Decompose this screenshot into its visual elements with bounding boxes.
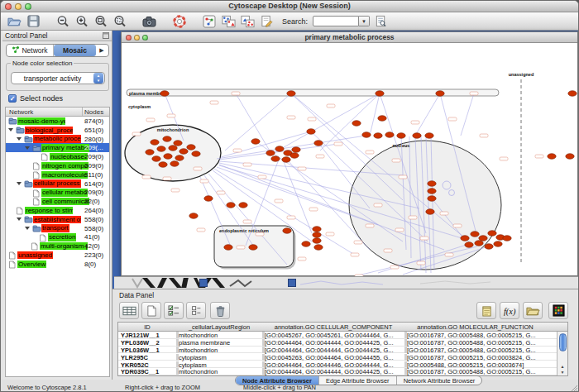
snapshot-camera-icon[interactable] <box>141 13 158 29</box>
network-node[interactable] <box>290 153 299 159</box>
tree-row-metabolic-process[interactable]: metabolic process280(0) <box>6 135 109 144</box>
select-nodes-checkbox[interactable]: ✓ <box>8 94 17 103</box>
tree-expand-arrow-icon[interactable] <box>25 227 30 230</box>
network-node[interactable] <box>488 231 496 237</box>
network-node[interactable] <box>251 139 260 145</box>
column-header-2[interactable]: annotation.GO CELLULAR_COMPONENT <box>262 323 404 331</box>
vizmapper-icon[interactable] <box>220 13 237 29</box>
network-node[interactable] <box>192 151 200 157</box>
network-node[interactable] <box>413 133 421 139</box>
tree-row-cellular-metabo[interactable]: cellular metabo209(0) <box>6 188 109 197</box>
network-node[interactable] <box>275 146 284 152</box>
tree-row-cell-communicat[interactable]: cell communicat22(0) <box>6 197 109 206</box>
network-node[interactable] <box>397 133 405 139</box>
zoom-in-icon[interactable] <box>74 13 90 29</box>
tab-edge-attribute-browser[interactable]: Edge Attribute Browser <box>319 376 397 385</box>
network-node[interactable] <box>170 161 179 167</box>
network-node[interactable] <box>436 91 444 97</box>
network-node[interactable] <box>282 157 290 163</box>
tree-row-secretion[interactable]: secretion41(0) <box>6 232 109 241</box>
network-node[interactable] <box>164 154 172 160</box>
network-node[interactable] <box>428 196 436 202</box>
network-node[interactable] <box>471 232 479 237</box>
zoom-fit-icon[interactable] <box>93 13 109 29</box>
network-window[interactable]: primary metabolic process plasma membran… <box>121 31 578 276</box>
column-header-1[interactable]: _cellularLayoutRegion <box>176 323 262 331</box>
table-row-YLR295C[interactable]: YLR295Ccytoplasm[GO:0045263, GO:0044464,… <box>118 353 567 361</box>
import-attributes-icon[interactable] <box>523 302 543 319</box>
open-session-icon[interactable] <box>6 13 22 29</box>
function-fx-icon[interactable]: f(x) <box>500 302 519 319</box>
network-window-titlebar[interactable]: primary metabolic process <box>122 32 577 43</box>
network-node[interactable] <box>428 181 436 187</box>
column-header-3[interactable]: annotation.GO MOLECULAR_FUNCTION <box>404 323 546 331</box>
column-header-0[interactable]: ID <box>118 323 176 331</box>
network-node[interactable] <box>313 232 321 238</box>
network-node[interactable] <box>313 227 321 232</box>
tree-row-response-to-stimulu[interactable]: response to stimulu264(0) <box>6 206 109 215</box>
tab-network[interactable]: Network <box>7 45 54 56</box>
network-node[interactable] <box>314 141 323 146</box>
new-attribute-icon[interactable] <box>141 302 161 319</box>
network-node[interactable] <box>425 133 433 139</box>
network-node[interactable] <box>283 228 291 234</box>
network-node[interactable] <box>160 91 169 97</box>
search-dropdown-arrow[interactable]: ▼ <box>359 16 370 26</box>
network-node[interactable] <box>174 141 182 146</box>
tree-row-nitrogen-compo[interactable]: nitrogen compo209(0) <box>6 161 109 170</box>
attribute-table-header[interactable]: ID_cellularLayoutRegionannotation.GO CEL… <box>118 323 567 332</box>
tree-expand-arrow-icon[interactable] <box>17 218 22 221</box>
network-node[interactable] <box>146 150 154 155</box>
network-canvas[interactable]: plasma membranecytoplasmmitochondrionnuc… <box>122 43 577 277</box>
network-node[interactable] <box>568 91 577 97</box>
tree-row-overview[interactable]: Overview8(0) <box>6 260 109 269</box>
zoom-selected-icon[interactable] <box>112 13 128 29</box>
table-scrollbar[interactable]: ▲▼ <box>557 332 567 375</box>
network-node[interactable] <box>266 151 275 156</box>
network-node[interactable] <box>151 140 159 146</box>
delete-attribute-icon[interactable] <box>210 302 230 319</box>
network-node[interactable] <box>169 146 177 151</box>
network-node[interactable] <box>428 189 436 194</box>
table-row-YDR039C__1[interactable]: YDR039C__1mitochondrion[GO:0044464, GO:0… <box>118 368 567 375</box>
network-node[interactable] <box>239 203 247 208</box>
network-node[interactable] <box>175 155 184 161</box>
table-cell[interactable]: YDR039C__1 <box>118 368 176 375</box>
network-node[interactable] <box>352 121 361 127</box>
resize-grip[interactable] <box>569 384 577 392</box>
tab-node-attribute-browser[interactable]: Node Attribute Browser <box>236 376 319 385</box>
tree-row-multi-organism-pro[interactable]: multi-organism pro42(0) <box>6 241 109 251</box>
table-row-YPL036W__1[interactable]: YPL036W__1mitochondrion[GO:0044464, GO:0… <box>118 347 567 354</box>
network-node[interactable] <box>224 245 232 251</box>
tree-row-primary-metabo[interactable]: primary metabo209(... <box>6 143 109 152</box>
network-node[interactable] <box>566 154 574 160</box>
network-node[interactable] <box>292 147 300 153</box>
network-node[interactable] <box>227 203 235 208</box>
network-node[interactable] <box>314 245 323 251</box>
network-node[interactable] <box>159 162 167 168</box>
node-color-dropdown[interactable]: transporter activity ▲▼ <box>11 72 105 84</box>
network-node[interactable] <box>494 241 502 247</box>
tab-network-attribute-browser[interactable]: Network Attribute Browser <box>397 376 482 385</box>
help-ring-icon[interactable] <box>171 13 188 29</box>
network-node[interactable] <box>479 236 487 241</box>
network-manager-icon[interactable] <box>201 13 218 29</box>
unselect-attributes-icon[interactable] <box>186 302 206 319</box>
search-input[interactable] <box>313 16 359 26</box>
tree-expand-arrow-icon[interactable] <box>8 128 13 131</box>
save-session-icon[interactable] <box>25 13 41 29</box>
network-node[interactable] <box>548 154 556 160</box>
network-node[interactable] <box>374 133 382 139</box>
network-node[interactable] <box>249 245 257 251</box>
attribute-matrix-icon[interactable] <box>548 302 568 319</box>
tree-row-mosaic-demo-yeast[interactable]: mosaic-demo-yeast874(0) <box>6 117 109 126</box>
network-node[interactable] <box>475 241 483 246</box>
network-node[interactable] <box>287 91 295 97</box>
network-node[interactable] <box>503 236 511 241</box>
network-node[interactable] <box>157 146 165 152</box>
scrollbar-arrows[interactable]: ▲▼ <box>557 364 567 375</box>
network-node[interactable] <box>152 156 160 162</box>
network-node[interactable] <box>426 209 434 215</box>
notepad-icon[interactable] <box>476 302 496 319</box>
network-node[interactable] <box>302 241 310 247</box>
